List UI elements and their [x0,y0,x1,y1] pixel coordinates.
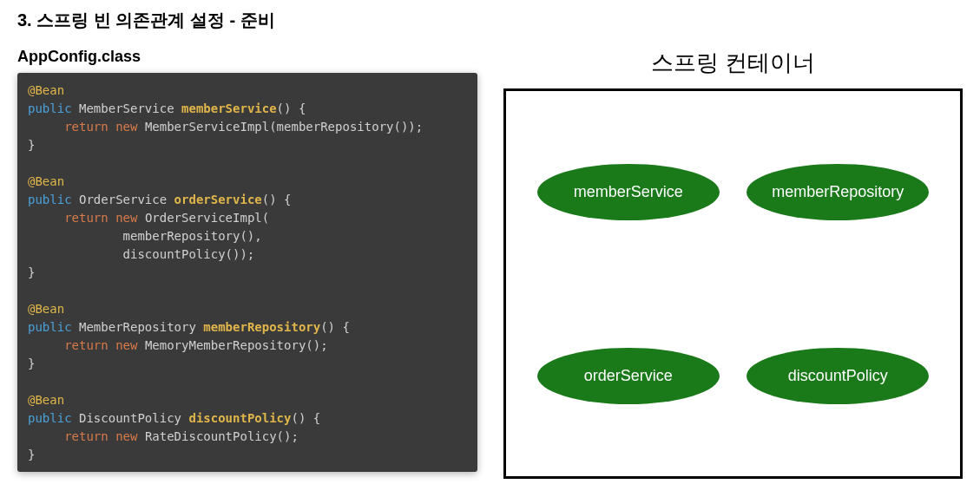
return-type: MemberService [79,101,174,115]
punc: } [28,448,35,461]
method-name: memberRepository [203,320,320,334]
annotation: @Bean [28,302,64,316]
container-title: 스프링 컨테이너 [503,48,963,78]
bean-discount-policy: discountPolicy [747,348,929,404]
class-label: AppConfig.class [17,48,477,66]
punc: } [28,265,35,279]
return-type: DiscountPolicy [79,411,181,425]
punc: () { [320,320,350,334]
method-name: discountPolicy [188,411,291,425]
keyword-new: new [115,120,137,134]
container-panel: 스프링 컨테이너 memberService memberRepository … [503,48,963,479]
keyword-return: return [64,120,109,134]
keyword-public: public [28,193,72,206]
bean-order-service: orderService [537,348,720,404]
return-type: MemberRepository [79,320,196,334]
keyword-new: new [115,211,137,225]
content-columns: AppConfig.class @Bean public MemberServi… [17,48,963,479]
keyword-new: new [115,338,137,352]
arg: discountPolicy()); [123,247,255,261]
return-type: OrderService [79,193,167,206]
keyword-public: public [28,320,72,334]
constructor-call: MemberServiceImpl(memberRepository()); [145,120,423,134]
keyword-new: new [115,429,137,443]
bean-member-service: memberService [537,164,720,220]
method-name: orderService [174,193,262,206]
punc: () { [291,411,320,425]
constructor-call: MemoryMemberRepository(); [145,338,328,352]
code-block: @Bean public MemberService memberService… [17,73,477,472]
method-name: memberService [181,101,277,115]
keyword-public: public [28,411,72,425]
punc: } [28,138,35,152]
arg: memberRepository(), [123,229,262,243]
annotation: @Bean [28,393,64,407]
code-panel: AppConfig.class @Bean public MemberServi… [17,48,477,479]
annotation: @Bean [28,83,64,97]
bean-member-repository: memberRepository [747,164,929,220]
punc: () { [277,101,306,115]
constructor-call: RateDiscountPolicy(); [145,429,299,443]
page-title: 3. 스프링 빈 의존관계 설정 - 준비 [17,9,963,32]
spring-container: memberService memberRepository orderServ… [503,88,963,479]
punc: () { [262,193,292,206]
constructor-call: OrderServiceImpl( [145,211,269,225]
keyword-return: return [64,429,109,443]
annotation: @Bean [28,174,64,188]
keyword-public: public [28,101,72,115]
keyword-return: return [64,211,109,225]
keyword-return: return [64,338,109,352]
punc: } [28,356,35,370]
